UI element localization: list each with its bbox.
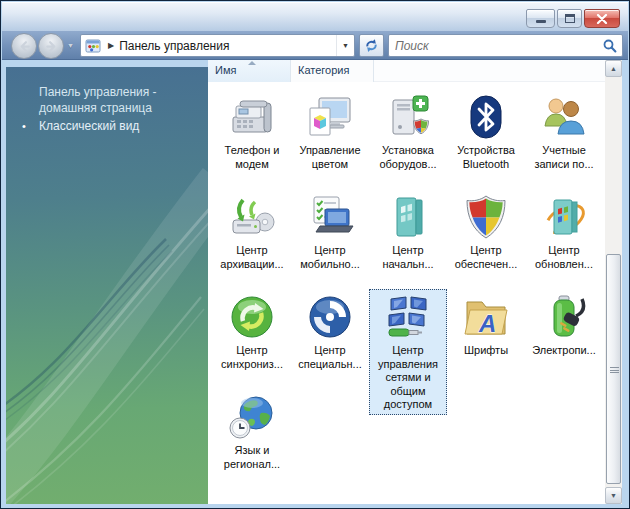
backup-center-icon bbox=[228, 193, 276, 241]
items-view: Имя Категория Телефон имодемУправлениецв… bbox=[208, 60, 605, 504]
control-panel-item-network-sharing[interactable]: Центруправлениясетями иобщимдоступом bbox=[369, 289, 447, 415]
control-panel-item-mobility-center[interactable]: Центрмобильно... bbox=[291, 189, 369, 271]
minimize-icon bbox=[536, 20, 546, 23]
maximize-button[interactable] bbox=[557, 9, 582, 28]
search-box bbox=[388, 34, 623, 57]
sidebar-item-classic-view[interactable]: Классический вид bbox=[39, 118, 191, 134]
scrollbar-thumb[interactable] bbox=[606, 254, 621, 484]
control-panel-item-fonts[interactable]: AШрифты bbox=[447, 289, 525, 358]
maximize-icon bbox=[565, 14, 575, 23]
control-panel-item-security-center[interactable]: Центробеспечен... bbox=[447, 189, 525, 271]
minimize-button[interactable] bbox=[526, 9, 555, 28]
item-label: Учетныезаписи по... bbox=[525, 144, 603, 171]
close-button[interactable] bbox=[584, 9, 620, 28]
search-input[interactable] bbox=[389, 36, 602, 55]
item-label: Центробновлен... bbox=[525, 244, 603, 271]
refresh-button[interactable] bbox=[359, 34, 384, 57]
color-management-icon bbox=[306, 93, 354, 141]
sync-center-icon bbox=[228, 293, 276, 341]
svg-text:A: A bbox=[478, 310, 496, 337]
title-bar[interactable] bbox=[2, 2, 628, 31]
item-label: Центрархивации... bbox=[213, 244, 291, 271]
control-panel-item-language-region[interactable]: Язык ирегионал... bbox=[213, 389, 291, 471]
scroll-down-button[interactable]: ▼ bbox=[605, 487, 622, 504]
bluetooth-icon bbox=[462, 93, 510, 141]
address-dropdown-button[interactable]: ▼ bbox=[336, 35, 354, 56]
address-bar[interactable]: ▶ Панель управления ▼ bbox=[80, 34, 355, 57]
network-sharing-icon bbox=[384, 293, 432, 341]
item-label: Центробеспечен... bbox=[447, 244, 525, 271]
item-label: Центрмобильно... bbox=[291, 244, 369, 271]
item-label: Центрспециальн... bbox=[291, 344, 369, 371]
column-header-name[interactable]: Имя bbox=[208, 60, 291, 82]
user-accounts-icon bbox=[540, 93, 588, 141]
item-label: Центрначальн... bbox=[369, 244, 447, 271]
control-panel-item-backup-center[interactable]: Центрархивации... bbox=[213, 189, 291, 271]
language-region-icon bbox=[228, 393, 276, 441]
scroll-down-icon: ▼ bbox=[610, 492, 617, 499]
window-controls bbox=[526, 9, 620, 28]
control-panel-item-add-hardware[interactable]: Установкаоборудов... bbox=[369, 89, 447, 171]
navigation-bar: ▼ ▶ Панель управления ▼ bbox=[2, 31, 628, 60]
power-options-icon bbox=[540, 293, 588, 341]
refresh-icon bbox=[364, 38, 379, 53]
welcome-center-icon bbox=[384, 193, 432, 241]
control-panel-item-sync-center[interactable]: Центрсинхрониз... bbox=[213, 289, 291, 371]
item-label: Установкаоборудов... bbox=[369, 144, 447, 171]
item-label: Шрифты bbox=[447, 344, 525, 358]
ease-of-access-icon bbox=[306, 293, 354, 341]
history-dropdown-button[interactable]: ▼ bbox=[67, 42, 74, 49]
bullet-icon: • bbox=[22, 118, 26, 134]
scroll-up-icon: ▲ bbox=[610, 65, 617, 72]
control-panel-item-phone-modem[interactable]: Телефон имодем bbox=[213, 89, 291, 171]
close-icon bbox=[596, 14, 608, 24]
item-label: Центрсинхрониз... bbox=[213, 344, 291, 371]
scrollbar-grip-icon bbox=[610, 367, 619, 373]
control-panel-item-welcome-center[interactable]: Центрначальн... bbox=[369, 189, 447, 271]
explorer-window: ▼ ▶ Панель управления ▼ bbox=[0, 0, 630, 509]
item-label: Электропи... bbox=[525, 344, 603, 358]
control-panel-item-ease-of-access[interactable]: Центрспециальн... bbox=[291, 289, 369, 371]
control-panel-item-power-options[interactable]: Электропи... bbox=[525, 289, 603, 358]
control-panel-item-color-management[interactable]: Управлениецветом bbox=[291, 89, 369, 171]
control-panel-item-update-center[interactable]: Центробновлен... bbox=[525, 189, 603, 271]
item-label: Телефон имодем bbox=[213, 144, 291, 171]
scroll-up-button[interactable]: ▲ bbox=[605, 60, 622, 77]
phone-modem-icon bbox=[228, 93, 276, 141]
vertical-scrollbar[interactable]: ▲ ▼ bbox=[605, 60, 622, 504]
fonts-icon: A bbox=[462, 293, 510, 341]
breadcrumb[interactable]: Панель управления bbox=[119, 39, 336, 53]
back-button[interactable] bbox=[11, 33, 37, 59]
control-panel-item-bluetooth[interactable]: УстройстваBluetooth bbox=[447, 89, 525, 171]
column-headers: Имя Категория bbox=[208, 60, 605, 82]
items-grid: Телефон имодемУправлениецветомУстановкао… bbox=[213, 89, 605, 504]
item-label: Язык ирегионал... bbox=[213, 444, 291, 471]
add-hardware-icon bbox=[384, 93, 432, 141]
security-center-icon bbox=[462, 193, 510, 241]
update-center-icon bbox=[540, 193, 588, 241]
item-label: Управлениецветом bbox=[291, 144, 369, 171]
tasks-sidebar: Панель управления - домашняя страница • … bbox=[6, 67, 208, 504]
mobility-center-icon bbox=[306, 193, 354, 241]
back-arrow-icon bbox=[17, 39, 32, 54]
column-header-category[interactable]: Категория bbox=[291, 60, 374, 82]
sidebar-item-home[interactable]: Панель управления - домашняя страница bbox=[39, 84, 191, 116]
sort-ascending-icon bbox=[248, 61, 256, 65]
item-label: УстройстваBluetooth bbox=[447, 144, 525, 171]
item-label: Центруправлениясетями иобщимдоступом bbox=[369, 344, 447, 412]
control-panel-item-user-accounts[interactable]: Учетныезаписи по... bbox=[525, 89, 603, 171]
forward-arrow-icon bbox=[44, 39, 59, 54]
forward-button[interactable] bbox=[38, 33, 64, 59]
breadcrumb-arrow-icon[interactable]: ▶ bbox=[108, 41, 114, 50]
control-panel-icon bbox=[85, 38, 101, 54]
magnifier-icon[interactable] bbox=[602, 38, 618, 54]
